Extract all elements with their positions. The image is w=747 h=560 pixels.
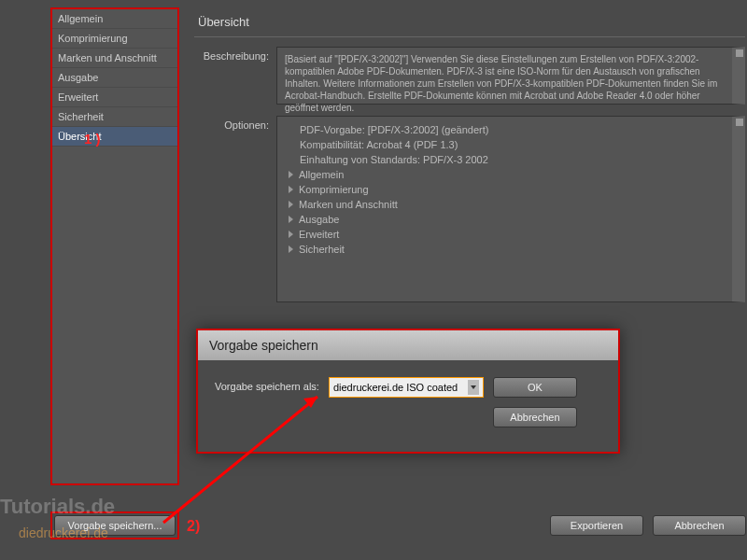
sidebar-item-komprimierung[interactable]: Komprimierung [52,29,177,49]
opt-info: Einhaltung von Standards: PDF/X-3 2002 [285,152,725,167]
sidebar-item-sicherheit[interactable]: Sicherheit [52,107,177,127]
tree-item-komprimierung[interactable]: Komprimierung [285,182,725,197]
save-as-label: Vorgabe speichern als: [215,377,319,392]
page-title: Übersicht [194,7,745,37]
save-preset-button[interactable]: Vorgabe speichern... [54,515,176,536]
tree-item-sicherheit[interactable]: Sicherheit [285,242,725,257]
save-dialog-title: Vorgabe speichern [198,330,618,360]
tree-item-allgemein[interactable]: Allgemein [285,167,725,182]
sidebar-item-marken[interactable]: Marken und Anschnitt [52,49,177,68]
options-row: Optionen: PDF-Vorgabe: [PDF/X-3:2002] (g… [194,116,745,302]
sidebar-item-allgemein[interactable]: Allgemein [52,9,177,29]
tree-label: Erweitert [299,229,339,240]
annotation-highlight: Vorgabe speichern... [50,511,179,539]
scrollbar-thumb-icon[interactable] [736,119,743,126]
chevron-right-icon [289,171,293,178]
tree-label: Marken und Anschnitt [299,199,398,210]
content-pane: Übersicht Beschreibung: [Basiert auf "[P… [194,7,745,314]
preset-name-select[interactable]: diedruckerei.de ISO coated [329,377,484,398]
ok-button[interactable]: OK [493,377,577,398]
opt-info: Kompatibilität: Acrobat 4 (PDF 1.3) [285,137,725,152]
description-box[interactable]: [Basiert auf "[PDF/X-3:2002]"] Verwenden… [276,47,745,105]
description-row: Beschreibung: [Basiert auf "[PDF/X-3:200… [194,47,745,105]
category-sidebar: Allgemein Komprimierung Marken und Ansch… [50,7,179,485]
bottom-bar: Vorgabe speichern... Exportieren Abbrech… [50,511,746,539]
chevron-right-icon [289,245,293,253]
export-button[interactable]: Exportieren [550,515,643,536]
opt-info: PDF-Vorgabe: [PDF/X-3:2002] (geändert) [285,122,725,137]
description-label: Beschreibung: [194,47,276,105]
chevron-right-icon [289,231,293,238]
chevron-right-icon [289,216,293,223]
tree-label: Allgemein [299,169,344,180]
chevron-right-icon [289,201,293,208]
tree-item-erweitert[interactable]: Erweitert [285,227,725,242]
tree-item-marken[interactable]: Marken und Anschnitt [285,197,725,212]
tree-item-ausgabe[interactable]: Ausgabe [285,212,725,227]
pdf-export-dialog: Allgemein Komprimierung Marken und Ansch… [19,0,738,560]
chevron-down-icon[interactable] [468,380,479,395]
cancel-button[interactable]: Abbrechen [493,407,577,427]
tree-label: Ausgabe [299,214,339,225]
sidebar-item-erweitert[interactable]: Erweitert [52,88,177,107]
chevron-right-icon [289,186,293,193]
options-box[interactable]: PDF-Vorgabe: [PDF/X-3:2002] (geändert) K… [276,116,745,302]
description-text: [Basiert auf "[PDF/X-3:2002]"] Verwenden… [285,54,717,113]
tree-label: Sicherheit [299,244,345,255]
main-cancel-button[interactable]: Abbrechen [653,515,746,536]
sidebar-item-ausgabe[interactable]: Ausgabe [52,68,177,88]
sidebar-item-uebersicht[interactable]: Übersicht [52,127,177,147]
scrollbar-thumb-icon[interactable] [736,49,743,57]
options-label: Optionen: [194,116,276,302]
tree-label: Komprimierung [299,184,369,195]
save-preset-dialog: Vorgabe speichern Vorgabe speichern als:… [196,329,620,454]
preset-name-value: diedruckerei.de ISO coated [333,382,458,393]
